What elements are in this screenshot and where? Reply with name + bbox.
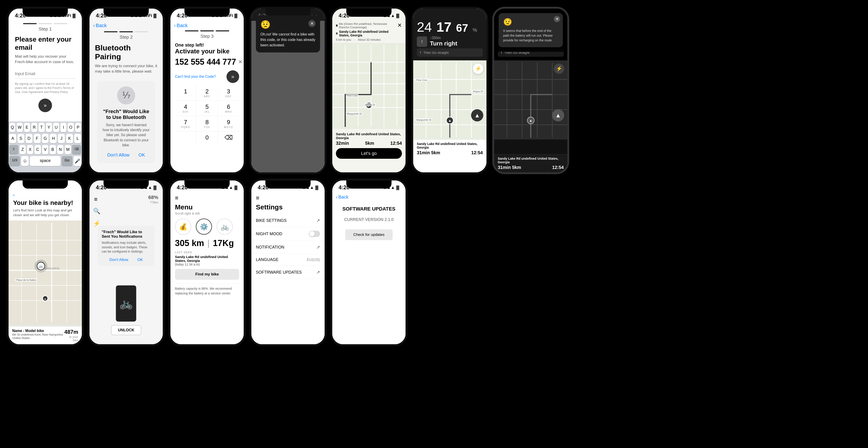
back-button[interactable]: ‹ Back xyxy=(170,21,244,30)
kb-123[interactable]: 123 xyxy=(9,156,20,166)
nearby-map[interactable]: 🚲 ▲ MARGUERITE Place de la Nation xyxy=(8,220,82,325)
kb-space[interactable]: space xyxy=(30,156,60,166)
back-button[interactable]: ‹ Back xyxy=(90,21,163,30)
error-text: Oh,no! We cannot find a bike with this c… xyxy=(260,32,315,48)
email-input[interactable] xyxy=(15,69,75,79)
menu-icon-wallet[interactable]: 💰 xyxy=(175,218,191,235)
close-button[interactable]: ✕ xyxy=(308,20,315,27)
np-3[interactable]: 3DEF xyxy=(218,85,239,100)
dont-allow-button[interactable]: Don't Allow xyxy=(107,152,129,158)
kb-u[interactable]: U xyxy=(53,123,59,132)
np-9[interactable]: 9WXYZ xyxy=(218,116,239,131)
notif-dont-allow-button[interactable]: Don't Allow xyxy=(110,258,128,262)
menu-icon-bike[interactable]: 🚲 xyxy=(217,218,233,235)
hamburger-icon[interactable]: ≡ xyxy=(175,195,178,201)
menu-icon-settings[interactable]: ⚙️ xyxy=(196,218,212,235)
kb-x[interactable]: X xyxy=(27,145,33,154)
location-button-dark[interactable]: ▲ xyxy=(552,109,564,121)
kb-t[interactable]: T xyxy=(38,123,44,132)
np-7[interactable]: 7PQRS xyxy=(175,116,196,131)
kb-z[interactable]: Z xyxy=(20,145,26,154)
ok-button[interactable]: OK xyxy=(138,152,145,158)
np-1[interactable]: 1 xyxy=(175,85,196,100)
nav-map[interactable]: ▲ Pine Cres Angus Dr Marguerite St ⚡ ▲ xyxy=(413,60,487,140)
sw-updates-arrow: ↗ xyxy=(316,270,320,275)
find-bike-button[interactable]: Find my bike xyxy=(175,269,239,280)
back-button[interactable]: ‹ xyxy=(13,192,77,198)
np-back[interactable]: ⌫ xyxy=(218,131,239,144)
nearby-subtitle: Let's find him! Look at this map and get… xyxy=(13,208,77,217)
kb-q[interactable]: Q xyxy=(9,123,16,132)
battery-icon: ▓ xyxy=(72,13,75,18)
last-seen-label: LAST SEEN xyxy=(175,251,239,254)
kb-o[interactable]: O xyxy=(68,123,74,132)
back-button[interactable]: ‹ Back xyxy=(332,193,405,202)
hamburger-icon[interactable]: ≡ xyxy=(256,195,259,201)
np-8[interactable]: 8TUV xyxy=(196,116,218,131)
kb-b[interactable]: B xyxy=(50,145,56,154)
charge-button[interactable]: ⚡ xyxy=(473,64,483,74)
kb-i[interactable]: I xyxy=(60,123,66,132)
screen-nav-turn-light: 24 17 67 % ↑ ↑350m Turn right ↑ Then Go … xyxy=(413,8,487,172)
close-nav-button[interactable]: ✕ xyxy=(397,22,402,29)
charge-button-dark[interactable]: ⚡ xyxy=(554,64,564,74)
settings-item-notif[interactable]: NOTIFICATION ↗ xyxy=(251,241,324,254)
kb-go[interactable]: Go xyxy=(62,156,72,166)
check-updates-button[interactable]: Check for updates xyxy=(345,229,393,240)
kb-d[interactable]: D xyxy=(26,134,33,143)
kb-w[interactable]: W xyxy=(17,123,23,132)
np-4[interactable]: 4GHI xyxy=(175,101,196,116)
confirm-button[interactable]: » xyxy=(226,70,239,83)
kb-n[interactable]: N xyxy=(57,145,64,154)
night-mood-toggle[interactable] xyxy=(309,231,320,237)
kb-g[interactable]: G xyxy=(42,134,49,143)
location-button[interactable]: ▲ xyxy=(471,109,483,121)
np-empty xyxy=(175,131,196,144)
kb-s[interactable]: S xyxy=(18,134,24,143)
kb-y[interactable]: Y xyxy=(46,123,52,132)
kb-h[interactable]: H xyxy=(50,134,57,143)
settings-item-lang[interactable]: LANGUAGE EU(US) xyxy=(251,254,324,266)
kb-j[interactable]: J xyxy=(58,134,65,143)
next-button[interactable]: » xyxy=(38,99,52,112)
warning-close-button[interactable]: ✕ xyxy=(554,16,560,22)
unlock-button[interactable]: UNLOCK xyxy=(111,325,141,335)
np-0[interactable]: 0 xyxy=(196,131,218,144)
kb-l[interactable]: L xyxy=(74,134,81,143)
kb-m[interactable]: M xyxy=(65,145,71,154)
kb-f[interactable]: F xyxy=(34,134,41,143)
notif-ok-button[interactable]: OK xyxy=(137,258,143,262)
lets-go-button[interactable]: Let's go xyxy=(336,148,402,159)
np-5[interactable]: 5JKL xyxy=(196,101,218,116)
kb-v[interactable]: V xyxy=(42,145,49,154)
np-2[interactable]: 2ABC xyxy=(196,85,218,100)
phone-email: 4:20 ▲▲▲ WiFi ▓ Step 1 Please enter your… xyxy=(7,7,84,174)
kb-k[interactable]: K xyxy=(66,134,73,143)
settings-item-sw[interactable]: SOFTRWARE UPDATES ↗ xyxy=(251,266,324,279)
back-label: Back xyxy=(177,23,188,29)
kb-a[interactable]: A xyxy=(9,134,16,143)
back-arrow-icon: ‹ xyxy=(93,23,95,29)
search-icon[interactable]: 🔍 xyxy=(93,208,100,215)
kb-r[interactable]: R xyxy=(31,123,37,132)
hamburger-icon[interactable]: ≡ xyxy=(94,196,97,203)
kb-mic[interactable]: 🎤 xyxy=(73,156,81,166)
settings-item-night[interactable]: NIGHT MOOD xyxy=(251,227,324,241)
screen-error: 4:20 ▲▲▲ 😟 ✕ Oh,no! We cannot find a bik… xyxy=(251,8,324,172)
lets-go-section: Sandy Lake Rd undefined United States, G… xyxy=(332,129,405,162)
kb-e[interactable]: E xyxy=(24,123,30,132)
nav-bottom-info: Sandy Lake Rd undefined United States, G… xyxy=(413,140,487,158)
np-6[interactable]: 6MNO xyxy=(218,101,239,116)
bike-settings-label: BIKE SETTINGS xyxy=(256,218,287,223)
svg-text:MARGUERITE: MARGUERITE xyxy=(44,267,60,270)
kb-p[interactable]: P xyxy=(75,123,81,132)
settings-item-bike[interactable]: BIKE SETTINGS ↗ xyxy=(251,214,324,227)
kb-c[interactable]: C xyxy=(34,145,41,154)
kb-backspace[interactable]: ⌫ xyxy=(72,145,81,154)
nav-map-dark[interactable]: ▲ ⚡ ▲ xyxy=(494,60,567,140)
kb-shift[interactable]: ⇧ xyxy=(9,145,18,154)
map-area[interactable]: ▶ Pine Cres Angus Dr Marguerite St xyxy=(332,43,405,129)
svg-text:▲: ▲ xyxy=(44,297,46,300)
kb-emoji[interactable]: ☺ xyxy=(21,156,29,166)
cant-find-code[interactable]: Can't find your the Code? xyxy=(175,74,216,79)
